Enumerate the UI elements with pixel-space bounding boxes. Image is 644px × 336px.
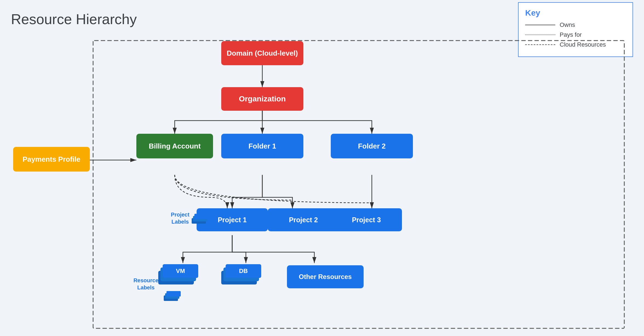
node-db: DB: [226, 264, 261, 278]
db-stack: DB: [221, 263, 265, 298]
node-folder2: Folder 2: [331, 134, 413, 158]
node-payments-profile: Payments Profile: [13, 147, 90, 172]
resource-label-stack: [164, 291, 180, 306]
node-billing-account: Billing Account: [136, 134, 213, 158]
node-domain: Domain (Cloud-level): [221, 41, 303, 65]
node-folder1: Folder 1: [221, 134, 303, 158]
node-project3: Project 3: [331, 208, 402, 231]
node-project2: Project 2: [268, 208, 339, 231]
node-vm: VM: [163, 264, 198, 278]
node-organization: Organization: [221, 87, 303, 111]
node-other-resources: Other Resources: [287, 265, 364, 288]
project-label-stack: [192, 213, 208, 228]
